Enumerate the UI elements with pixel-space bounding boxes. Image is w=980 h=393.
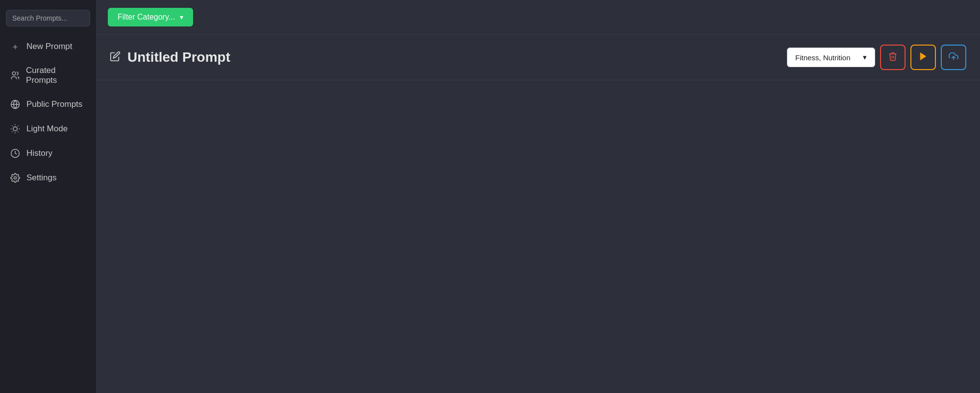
category-dropdown[interactable]: Fitness, Nutrition ▾ — [787, 48, 875, 67]
sidebar-item-settings[interactable]: Settings — [0, 166, 96, 190]
svg-line-6 — [12, 126, 13, 126]
sidebar-item-label: Public Prompts — [26, 99, 82, 109]
svg-point-3 — [13, 127, 17, 131]
delete-button[interactable] — [880, 45, 906, 70]
main-content: Filter Category... ▾ Untitled Prompt Fit… — [96, 0, 980, 393]
prompt-controls: Fitness, Nutrition ▾ — [787, 45, 966, 70]
svg-marker-14 — [920, 52, 926, 60]
sun-icon — [10, 123, 21, 134]
publish-button[interactable] — [941, 45, 966, 70]
search-input[interactable]: Search Prompts... — [6, 10, 90, 26]
chevron-down-icon: ▾ — [180, 13, 183, 21]
plus-icon: ＋ — [10, 41, 21, 52]
topbar: Filter Category... ▾ — [96, 0, 980, 34]
prompt-header: Untitled Prompt Fitness, Nutrition ▾ — [96, 35, 980, 80]
upload-icon — [949, 51, 958, 64]
edit-icon — [110, 51, 121, 64]
svg-line-7 — [18, 131, 18, 132]
chevron-down-icon: ▾ — [863, 53, 867, 62]
trash-icon — [888, 51, 898, 64]
globe-icon — [10, 99, 21, 110]
svg-line-10 — [12, 131, 13, 132]
sidebar-item-new-prompt[interactable]: ＋ New Prompt — [0, 34, 96, 59]
prompt-area: Untitled Prompt Fitness, Nutrition ▾ — [96, 34, 980, 393]
filter-category-button[interactable]: Filter Category... ▾ — [108, 8, 193, 26]
clock-icon — [10, 148, 21, 159]
sidebar-item-public-prompts[interactable]: Public Prompts — [0, 92, 96, 117]
prompt-title: Untitled Prompt — [127, 49, 230, 65]
prompt-title-row: Untitled Prompt — [110, 49, 230, 65]
sidebar: Search Prompts... ＋ New Prompt Curated P… — [0, 0, 96, 393]
sidebar-item-label: New Prompt — [26, 42, 73, 51]
people-icon — [10, 70, 20, 81]
gear-icon — [10, 172, 21, 183]
run-button[interactable] — [910, 45, 936, 70]
sidebar-item-curated-prompts[interactable]: Curated Prompts — [0, 59, 96, 92]
sidebar-item-label: Settings — [26, 173, 56, 183]
play-icon — [918, 51, 928, 64]
svg-point-13 — [14, 177, 17, 179]
filter-label: Filter Category... — [118, 13, 175, 22]
prompt-body — [96, 80, 980, 393]
sidebar-item-label: History — [26, 148, 52, 158]
sidebar-item-light-mode[interactable]: Light Mode — [0, 117, 96, 141]
sidebar-item-label: Light Mode — [26, 124, 68, 134]
sidebar-item-history[interactable]: History — [0, 141, 96, 166]
svg-point-0 — [12, 72, 16, 75]
sidebar-item-label: Curated Prompts — [26, 66, 86, 85]
category-label: Fitness, Nutrition — [795, 53, 851, 62]
svg-line-11 — [18, 126, 18, 126]
